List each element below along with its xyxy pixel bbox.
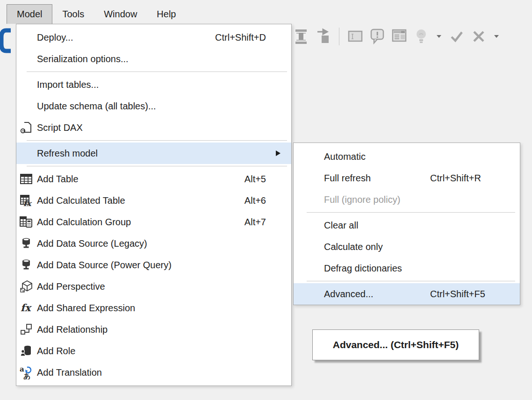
refresh-model-submenu: Automatic Full refresh Ctrl+Shift+R Full… — [293, 143, 520, 305]
menu-item-update-schema[interactable]: Update schema (all tables)... — [16, 95, 291, 117]
menu-bar: Model Tools Window Help — [0, 0, 532, 24]
submenu-item-full-refresh[interactable]: Full refresh Ctrl+Shift+R — [294, 167, 520, 189]
menu-item-add-translation[interactable]: a あ Add Translation — [16, 362, 291, 383]
submenu-item-advanced[interactable]: Advanced... Ctrl+Shift+F5 — [294, 283, 520, 305]
toolbar-separator — [339, 28, 339, 45]
app-window: Model Tools Window Help — [0, 0, 532, 400]
submenu-item-full-ignore-policy: Full (ignore policy) — [294, 189, 520, 210]
comment-warning-icon[interactable] — [370, 28, 385, 45]
menu-window[interactable]: Window — [94, 4, 147, 24]
svg-text:あ: あ — [23, 372, 30, 379]
menu-item-add-relationship[interactable]: Add Relationship — [16, 319, 291, 340]
svg-text:fx: fx — [23, 199, 32, 207]
tooltip-advanced: Advanced... (Ctrl+Shift+F5) — [312, 329, 479, 360]
menu-item-add-role[interactable]: Add Role — [16, 340, 291, 362]
calculated-table-icon: fx — [19, 193, 33, 207]
menu-separator — [16, 138, 291, 143]
menu-item-refresh-model[interactable]: Refresh model — [16, 143, 291, 164]
script-dax-icon — [19, 121, 33, 135]
tooltip-text: Advanced... (Ctrl+Shift+F5) — [333, 339, 459, 350]
data-source-icon — [19, 236, 33, 250]
translation-icon: a あ — [19, 365, 33, 379]
dropdown-arrow-icon[interactable] — [494, 35, 499, 38]
menu-item-add-shared-expression[interactable]: fx Add Shared Expression — [16, 297, 291, 319]
menu-item-script-dax[interactable]: Script DAX — [16, 117, 291, 138]
submenu-item-defrag-dictionaries[interactable]: Defrag dictionaries — [294, 257, 520, 279]
role-icon — [19, 344, 33, 358]
menu-separator — [16, 164, 291, 168]
dropdown-arrow-icon[interactable] — [437, 35, 441, 38]
column-marker-icon[interactable] — [294, 28, 309, 45]
check-icon[interactable] — [449, 28, 464, 45]
svg-text:fx: fx — [21, 302, 32, 314]
paste-append-icon[interactable] — [316, 28, 331, 45]
data-source-icon — [19, 258, 33, 272]
menu-separator — [294, 210, 520, 214]
menu-separator — [294, 279, 520, 283]
submenu-item-calculate-only[interactable]: Calculate only — [294, 236, 520, 257]
model-menu: Deploy... Ctrl+Shift+D Serialization opt… — [16, 24, 292, 386]
perspective-cube-icon — [19, 279, 33, 293]
menu-item-add-calculated-table[interactable]: fx Add Calculated Table Alt+6 — [16, 190, 291, 211]
menu-item-add-data-source-legacy[interactable]: Add Data Source (Legacy) — [16, 233, 291, 254]
menu-separator — [16, 70, 291, 74]
lightbulb-icon[interactable] — [414, 28, 429, 45]
menu-tools[interactable]: Tools — [52, 4, 94, 24]
menu-item-add-perspective[interactable]: Add Perspective — [16, 276, 291, 297]
menu-item-add-table[interactable]: Add Table Alt+5 — [16, 168, 291, 190]
partial-refresh-icon — [0, 27, 11, 54]
submenu-arrow-icon — [276, 150, 280, 156]
textbox-icon[interactable] — [348, 28, 363, 45]
menu-item-deploy[interactable]: Deploy... Ctrl+Shift+D — [16, 27, 291, 48]
submenu-item-automatic[interactable]: Automatic — [294, 146, 520, 167]
menu-help[interactable]: Help — [147, 4, 186, 24]
close-x-icon[interactable] — [471, 28, 486, 45]
toolbar — [294, 26, 500, 47]
menu-item-import-tables[interactable]: Import tables... — [16, 74, 291, 95]
relationship-icon — [19, 322, 33, 336]
menu-item-add-data-source-power-query[interactable]: Add Data Source (Power Query) — [16, 254, 291, 276]
submenu-item-clear-all[interactable]: Clear all — [294, 214, 520, 236]
menu-model[interactable]: Model — [7, 4, 52, 24]
fx-icon: fx — [19, 301, 33, 315]
menu-item-serialization-options[interactable]: Serialization options... — [16, 48, 291, 70]
table-icon — [19, 172, 33, 186]
menu-item-add-calculation-group[interactable]: Add Calculation Group Alt+7 — [16, 211, 291, 233]
calculation-group-icon — [19, 215, 33, 229]
properties-window-icon[interactable] — [392, 28, 407, 45]
